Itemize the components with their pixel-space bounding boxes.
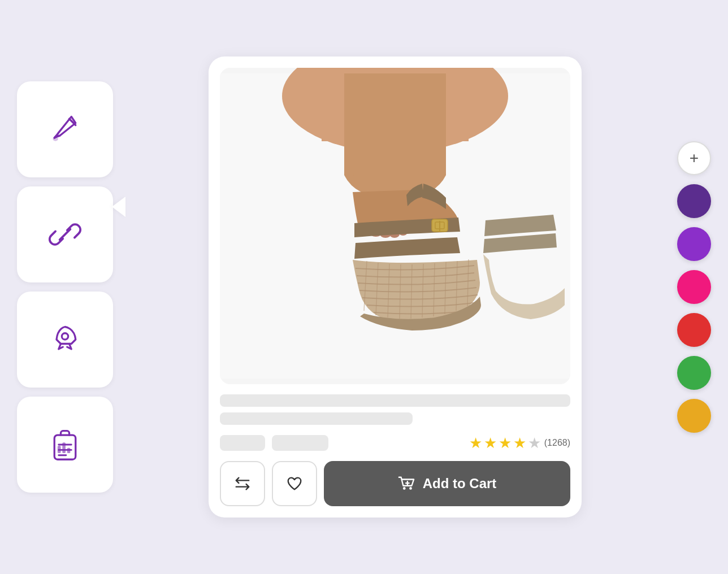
svg-rect-6 xyxy=(58,446,61,453)
action-bar: Add to Cart xyxy=(220,461,570,506)
rocket-icon xyxy=(48,323,82,356)
compare-button[interactable] xyxy=(220,461,265,506)
speech-tail xyxy=(112,197,125,217)
svg-point-1 xyxy=(62,333,68,340)
star-5: ★ xyxy=(528,436,541,450)
left-sidebar xyxy=(17,81,113,493)
product-card-wrapper: ★ ★ ★ ★ ★ (1268) xyxy=(124,56,666,518)
link-icon xyxy=(48,218,82,251)
add-to-cart-button[interactable]: Add to Cart xyxy=(324,461,570,506)
stars: ★ ★ ★ ★ ★ xyxy=(469,436,541,450)
review-count: (1268) xyxy=(544,438,570,448)
svg-point-0 xyxy=(53,137,58,141)
heart-icon xyxy=(286,475,303,492)
color-swatch-purple[interactable] xyxy=(677,227,711,261)
product-meta: ★ ★ ★ ★ ★ (1268) xyxy=(220,435,570,451)
clipboard-icon xyxy=(48,428,82,462)
svg-rect-7 xyxy=(62,442,66,453)
color-swatch-amber[interactable] xyxy=(677,399,711,433)
star-3: ★ xyxy=(499,436,512,450)
rating-section: ★ ★ ★ ★ ★ (1268) xyxy=(469,436,570,450)
star-2: ★ xyxy=(484,436,497,450)
svg-point-36 xyxy=(409,487,412,490)
palette-add-button[interactable]: + xyxy=(677,141,711,175)
add-to-cart-label: Add to Cart xyxy=(423,476,497,492)
product-card: ★ ★ ★ ★ ★ (1268) xyxy=(209,56,582,518)
color-swatch-red[interactable] xyxy=(677,313,711,347)
star-4: ★ xyxy=(513,436,526,450)
svg-point-35 xyxy=(403,487,406,490)
color-swatch-dark-purple[interactable] xyxy=(677,184,711,218)
brush-tool-button[interactable] xyxy=(17,81,113,177)
wishlist-button[interactable] xyxy=(272,461,317,506)
plus-icon: + xyxy=(690,150,699,166)
shoe-illustration xyxy=(220,68,570,384)
right-palette: + xyxy=(677,141,711,433)
cart-icon xyxy=(398,475,415,492)
link-tool-button[interactable] xyxy=(17,186,113,282)
product-tags xyxy=(220,435,328,451)
main-layout: ★ ★ ★ ★ ★ (1268) xyxy=(0,0,728,574)
color-swatch-green[interactable] xyxy=(677,356,711,390)
product-image xyxy=(220,68,570,384)
star-1: ★ xyxy=(469,436,482,450)
rocket-tool-button[interactable] xyxy=(17,292,113,388)
compare-icon xyxy=(234,475,251,492)
brush-icon xyxy=(48,112,82,146)
product-title-skeleton xyxy=(220,394,570,425)
svg-rect-8 xyxy=(67,448,71,453)
color-swatch-hot-pink[interactable] xyxy=(677,270,711,304)
clipboard-tool-button[interactable] xyxy=(17,397,113,493)
